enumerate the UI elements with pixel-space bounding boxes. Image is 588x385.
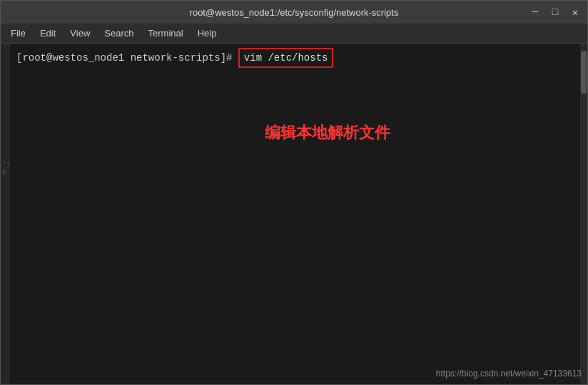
watermark: https://blog.csdn.net/weixin_47133613 bbox=[436, 369, 582, 379]
title-bar: root@westos_node1:/etc/sysconfig/network… bbox=[1, 1, 587, 24]
terminal-command: vim /etc/hosts bbox=[238, 48, 334, 68]
terminal-line-1: [root@westos_node1 network-scripts]# vim… bbox=[16, 48, 572, 68]
terminal-body[interactable]: -; h [root@westos_node1 network-scripts]… bbox=[1, 44, 587, 384]
maximize-button[interactable]: □ bbox=[549, 6, 562, 19]
window-title: root@westos_node1:/etc/sysconfig/network… bbox=[190, 7, 399, 18]
minimize-button[interactable]: ─ bbox=[529, 6, 542, 19]
menu-view[interactable]: View bbox=[63, 26, 97, 40]
window-controls: ─ □ ✕ bbox=[529, 6, 582, 19]
terminal-window: root@westos_node1:/etc/sysconfig/network… bbox=[0, 0, 588, 385]
left-gutter: -; h bbox=[1, 44, 9, 384]
terminal-prompt: [root@westos_node1 network-scripts]# bbox=[16, 50, 238, 66]
gutter-mark-1: -; bbox=[2, 158, 11, 166]
menu-bar: File Edit View Search Terminal Help bbox=[1, 24, 587, 44]
menu-file[interactable]: File bbox=[4, 26, 33, 40]
menu-edit[interactable]: Edit bbox=[33, 26, 63, 40]
menu-search[interactable]: Search bbox=[97, 26, 141, 40]
menu-terminal[interactable]: Terminal bbox=[141, 26, 191, 40]
gutter-mark-2: h bbox=[2, 169, 7, 177]
close-button[interactable]: ✕ bbox=[569, 6, 582, 19]
scrollbar[interactable] bbox=[580, 44, 587, 384]
scrollbar-thumb[interactable] bbox=[581, 51, 587, 94]
annotation-text: 编辑本地解析文件 bbox=[265, 122, 390, 144]
menu-help[interactable]: Help bbox=[191, 26, 224, 40]
